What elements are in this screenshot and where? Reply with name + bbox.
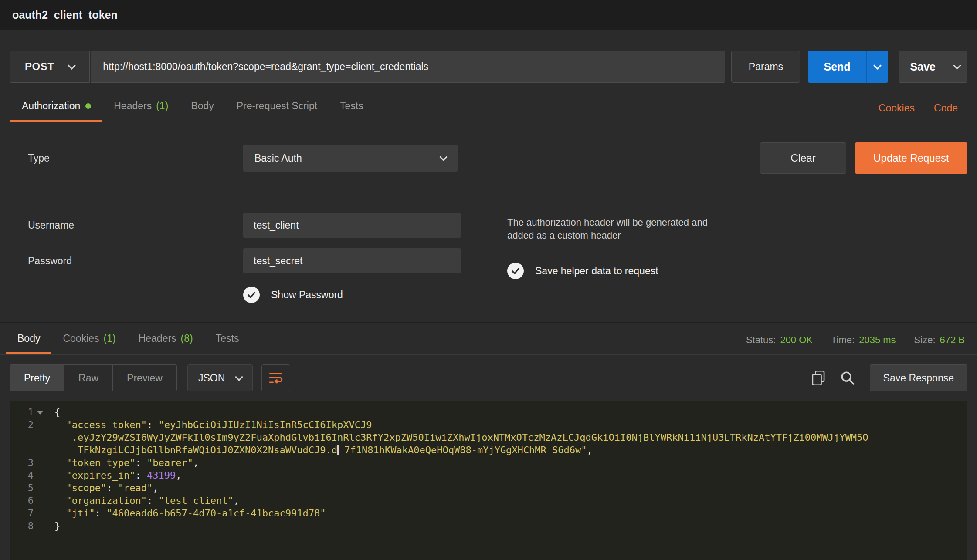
tab-label: Body — [191, 100, 214, 112]
tab-body[interactable]: Body — [180, 91, 225, 122]
tab-label: Pre-request Script — [237, 100, 317, 112]
auth-type-select[interactable]: Basic Auth — [243, 145, 458, 172]
code-token — [54, 482, 66, 493]
code-token: "expires_in" — [66, 470, 136, 481]
tab-label: Headers — [139, 333, 176, 344]
code-row: 2 "access_token": "eyJhbGciOiJIUzI1NiIsI… — [10, 418, 967, 431]
save-options-button[interactable] — [947, 51, 967, 82]
tab-count: (1) — [156, 100, 168, 112]
response-toolbar: Pretty Raw Preview JSON — [0, 355, 977, 398]
code-token: , — [176, 470, 181, 481]
tab-headers[interactable]: Headers (1) — [102, 91, 180, 122]
save-button-group: Save — [899, 51, 967, 83]
view-mode-switcher: Pretty Raw Preview — [10, 364, 177, 391]
request-tabs: Authorization Headers (1) Body Pre-reque… — [10, 91, 967, 122]
code-token: , — [193, 457, 199, 468]
tab-pre-request-script[interactable]: Pre-request Script — [225, 91, 329, 122]
code-token: "organization" — [66, 495, 147, 506]
copy-response-button[interactable] — [811, 371, 825, 385]
tab-label: Tests — [340, 100, 363, 112]
auth-type-row: Type Basic Auth Clear Update Request — [0, 122, 977, 194]
chevron-down-icon — [873, 61, 881, 69]
fold-arrow-icon[interactable] — [37, 411, 43, 415]
clear-button[interactable]: Clear — [760, 142, 846, 174]
tab-tests[interactable]: Tests — [329, 91, 375, 122]
code-token: { — [54, 407, 60, 418]
username-field[interactable] — [243, 213, 461, 238]
response-body-viewer[interactable]: 1{2 "access_token": "eyJhbGciOiJIUzI1NiI… — [10, 401, 967, 560]
resp-tab-headers[interactable]: Headers (8) — [127, 323, 204, 354]
view-raw-button[interactable]: Raw — [64, 365, 113, 391]
update-request-button[interactable]: Update Request — [855, 142, 967, 174]
wrap-text-icon — [269, 372, 283, 384]
response-format-select[interactable]: JSON — [187, 364, 253, 391]
code-token: : — [95, 508, 107, 519]
line-number: 6 — [10, 494, 44, 507]
view-pretty-button[interactable]: Pretty — [10, 365, 64, 391]
show-password-label: Show Password — [271, 289, 343, 301]
basic-auth-form: Username Password Show Password The auth… — [0, 194, 977, 318]
chevron-down-icon — [953, 61, 961, 69]
search-response-button[interactable] — [840, 371, 855, 385]
code-token: "eyJhbGciOiJIUzI1NiIsInR5cCI6IkpXVCJ9 — [158, 419, 372, 430]
code-link[interactable]: Code — [934, 102, 958, 114]
copy-icon — [811, 371, 825, 385]
password-field[interactable] — [243, 248, 461, 273]
code-token: } — [54, 520, 60, 531]
method-select[interactable]: POST — [10, 51, 90, 83]
tab-authorization[interactable]: Authorization — [10, 91, 102, 122]
tab-count: (1) — [104, 333, 116, 344]
send-button[interactable]: Send — [808, 51, 866, 83]
chevron-down-icon — [235, 373, 243, 381]
send-button-group: Send — [808, 51, 888, 83]
send-options-button[interactable] — [866, 51, 888, 83]
code-token: "bearer" — [147, 457, 193, 468]
code-token: "read" — [118, 482, 153, 493]
line-number: 4 — [10, 469, 44, 482]
tab-label: Tests — [216, 333, 239, 344]
show-password-checkbox[interactable] — [243, 287, 260, 303]
request-builder: POST http://host1:8000/oauth/token?scope… — [0, 30, 977, 122]
code-row: 5 "scope": "read", — [10, 482, 967, 494]
line-number — [10, 431, 44, 444]
auth-type-value: Basic Auth — [254, 152, 302, 164]
postman-window: oauth2_client_token POST http://host1:80… — [0, 0, 977, 560]
view-preview-button[interactable]: Preview — [113, 365, 176, 391]
cookies-link[interactable]: Cookies — [879, 102, 915, 114]
line-number: 3 — [10, 456, 44, 469]
code-row: 8} — [10, 520, 967, 532]
chevron-down-icon — [439, 153, 447, 161]
url-input[interactable]: http://host1:8000/oauth/token?scope=read… — [91, 51, 725, 83]
wrap-text-button[interactable] — [261, 364, 290, 391]
password-label: Password — [10, 255, 243, 267]
response-size: Size:672 B — [914, 334, 965, 346]
tab-label: Authorization — [22, 100, 80, 112]
save-response-button[interactable]: Save Response — [870, 364, 967, 391]
check-icon — [247, 291, 256, 298]
params-button[interactable]: Params — [731, 51, 800, 83]
resp-tab-tests[interactable]: Tests — [204, 323, 251, 354]
code-token — [54, 457, 66, 468]
code-token: : — [135, 457, 147, 468]
code-token: : — [147, 495, 159, 506]
request-titlebar: oauth2_client_token — [0, 0, 977, 30]
save-button[interactable]: Save — [899, 51, 947, 82]
line-number — [10, 444, 44, 456]
response-code: 1{2 "access_token": "eyJhbGciOiJIUzI1NiI… — [10, 406, 967, 532]
resp-tab-cookies[interactable]: Cookies (1) — [51, 323, 127, 354]
save-helper-checkbox[interactable] — [507, 263, 524, 279]
code-token: 43199 — [147, 470, 176, 481]
resp-tab-body[interactable]: Body — [6, 323, 51, 354]
response-tabs: Body Cookies (1) Headers (8) Tests Statu… — [0, 323, 977, 355]
save-helper-label: Save helper data to request — [535, 265, 658, 277]
line-number: 7 — [10, 507, 44, 520]
active-status-dot — [85, 103, 91, 109]
code-row: .eyJzY29wZSI6WyJyZWFkIl0sIm9yZ2FuaXphdGl… — [10, 431, 967, 444]
line-number: 2 — [10, 418, 44, 431]
tab-label: Headers — [114, 100, 152, 112]
response-status: Status:200 OK — [746, 334, 813, 346]
code-token — [54, 470, 66, 481]
line-number: 5 — [10, 482, 44, 494]
code-token: : — [147, 419, 159, 430]
code-row: 4 "expires_in": 43199, — [10, 469, 967, 482]
